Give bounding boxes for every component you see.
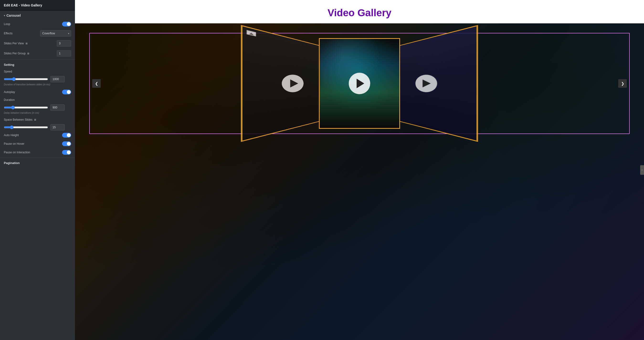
main-content: Video Gallery ❮: [75, 0, 644, 340]
effects-label: Effects: [4, 32, 12, 35]
auto-height-toggle[interactable]: [62, 133, 71, 138]
loop-label: Loop: [4, 22, 10, 26]
effects-select-wrapper: Coverflow Fade Slide Cube Flip: [40, 30, 71, 36]
auto-height-toggle-slider[interactable]: [62, 133, 71, 138]
duration-label-row: Duration: [0, 96, 75, 104]
sidebar-title: Edit EAE - Video Gallery: [4, 3, 42, 7]
pause-interaction-label: Pause on Interaction: [4, 151, 30, 154]
space-slider-group: [4, 124, 71, 130]
slides-per-view-label: Slides Per View 🖥: [4, 42, 28, 45]
play-triangle-center: [356, 79, 364, 88]
sidebar: Edit EAE - Video Gallery ▾ Carousel Loop…: [0, 0, 75, 340]
speed-slider[interactable]: [4, 77, 48, 81]
slide-right[interactable]: [393, 25, 478, 142]
monitor-icon-spg: 🖥: [27, 52, 29, 55]
effects-select[interactable]: Coverflow Fade Slide Cube Flip: [40, 30, 71, 36]
pause-interaction-row: Pause on Interaction: [0, 148, 75, 157]
slides-per-group-row: Slides Per Group 🖥: [0, 48, 75, 58]
autoplay-toggle[interactable]: [62, 90, 71, 94]
resize-handle[interactable]: ‹: [640, 165, 644, 175]
autoplay-label: Autoplay: [4, 90, 15, 94]
loop-toggle-slider[interactable]: [62, 22, 71, 26]
space-label-row: Space Between Slides 🖥: [0, 116, 75, 123]
duration-hint: Delay between transitions (in ms): [0, 111, 75, 116]
pause-hover-toggle-slider[interactable]: [62, 141, 71, 146]
sidebar-header: Edit EAE - Video Gallery: [0, 0, 75, 11]
carousel-container: ❮: [89, 33, 630, 134]
duration-input[interactable]: [50, 104, 65, 111]
effects-row: Effects Coverflow Fade Slide Cube Flip: [0, 28, 75, 38]
slides-wrapper: [94, 38, 624, 129]
pagination-section-title: Pagination: [0, 159, 75, 166]
slides-per-view-row: Slides Per View 🖥: [0, 38, 75, 48]
speed-slider-group: [4, 76, 71, 82]
speed-label: Speed: [4, 70, 12, 73]
pause-hover-row: Pause on Hover: [0, 140, 75, 148]
loop-toggle[interactable]: [62, 22, 71, 26]
speed-label-row: Speed: [0, 68, 75, 75]
duration-slider[interactable]: [4, 106, 48, 109]
space-slider[interactable]: [4, 125, 48, 129]
space-input[interactable]: [50, 124, 65, 130]
duration-label: Duration: [4, 98, 14, 102]
space-slider-row: [0, 123, 75, 131]
pause-hover-toggle[interactable]: [62, 141, 71, 146]
play-button-center[interactable]: [349, 73, 370, 94]
nav-arrow-left[interactable]: ❮: [92, 79, 101, 88]
loop-row: Loop: [0, 20, 75, 28]
speed-input[interactable]: [50, 76, 65, 82]
gallery-title: Video Gallery: [75, 7, 644, 18]
duration-slider-group: [4, 104, 71, 111]
pause-hover-label: Pause on Hover: [4, 142, 24, 146]
pause-interaction-toggle[interactable]: [62, 150, 71, 155]
slide-center[interactable]: [319, 38, 400, 129]
autoplay-toggle-slider[interactable]: [62, 90, 71, 94]
gallery-title-area: Video Gallery: [75, 0, 644, 23]
speed-slider-row: [0, 75, 75, 83]
slides-per-group-input[interactable]: [57, 50, 71, 56]
slides-per-view-input[interactable]: [57, 40, 71, 46]
space-label: Space Between Slides 🖥: [4, 118, 36, 121]
monitor-icon-spv: 🖥: [25, 42, 28, 45]
monitor-icon-space: 🖥: [34, 118, 36, 121]
play-triangle-right: [422, 79, 430, 88]
speed-hint: Duration of transition between slides (i…: [0, 83, 75, 88]
carousel-chevron-icon: ▾: [4, 14, 5, 17]
auto-height-label: Auto Height: [4, 134, 19, 137]
pause-interaction-toggle-slider[interactable]: [62, 150, 71, 155]
autoplay-row: Autoplay: [0, 88, 75, 96]
duration-slider-row: [0, 104, 75, 111]
gallery-area: ❮: [75, 23, 644, 340]
nav-arrow-right[interactable]: ❯: [618, 79, 627, 88]
slide-left[interactable]: [241, 25, 326, 142]
auto-height-row: Auto Height: [0, 131, 75, 140]
setting-section-title: Setting: [0, 61, 75, 68]
play-triangle-left: [290, 79, 298, 88]
slides-per-group-label: Slides Per Group 🖥: [4, 52, 29, 55]
carousel-section-title[interactable]: ▾ Carousel: [0, 11, 75, 20]
